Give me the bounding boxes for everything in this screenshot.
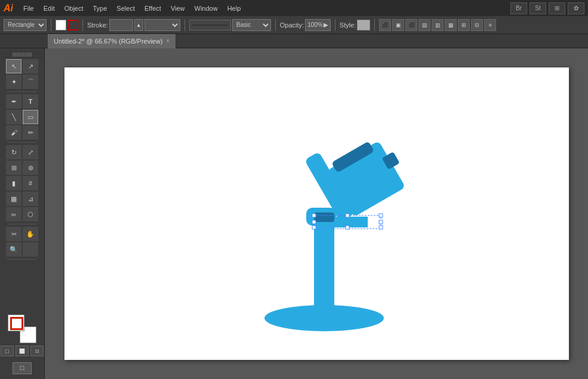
tool-row-9: ▦ ⊿ xyxy=(6,192,38,206)
options-toolbar: Rectangle Stroke: ▲ Basic Opacity: 100% … xyxy=(0,16,588,34)
symbol-sprayer-tool-btn[interactable]: ⊛ xyxy=(23,161,38,175)
column-graph-tool-btn[interactable]: ▮ xyxy=(6,176,21,190)
menu-select[interactable]: Select xyxy=(112,4,139,13)
document-tab[interactable]: Untitled-2* @ 66.67% (RGB/Preview) × xyxy=(48,34,176,48)
scissors-tool-btn[interactable]: ✂ xyxy=(6,227,21,241)
stroke-up-btn[interactable]: ▲ xyxy=(134,19,143,31)
ruler-indicator: |||||||||||||||| xyxy=(1,51,43,58)
style-dropdown[interactable]: Basic xyxy=(232,19,271,31)
opacity-expand-btn[interactable]: ▶ xyxy=(324,21,328,28)
menu-type[interactable]: Type xyxy=(89,4,112,13)
view-mode-area: ☐ xyxy=(10,360,34,377)
line-tool-btn[interactable]: ╲ xyxy=(6,110,21,124)
pen-tool-btn[interactable]: ✒ xyxy=(6,94,21,109)
line-style-group: Basic xyxy=(189,19,271,31)
menu-help[interactable]: Help xyxy=(223,4,245,13)
stroke-swatch[interactable] xyxy=(67,20,78,30)
distribute-h-icon[interactable]: ⊞ xyxy=(458,19,470,31)
direct-selection-tool-btn[interactable]: ↗ xyxy=(23,59,38,73)
hand-tool-btn[interactable]: ✋ xyxy=(23,227,38,241)
align-icons-group: ⬛ ▣ ⬛ ▤ ▥ ▦ ⊞ ⊟ ≡ xyxy=(379,19,496,31)
tab-title: Untitled-2* @ 66.67% (RGB/Preview) xyxy=(54,38,162,45)
mask-mode-btn[interactable]: ⬜ xyxy=(16,346,29,356)
stroke-group: Stroke: ▲ xyxy=(87,19,180,31)
blend-tool-btn[interactable]: ∞ xyxy=(6,207,21,221)
live-paint-tool-btn[interactable]: ⬡ xyxy=(23,207,38,221)
handle-br xyxy=(379,226,383,229)
lamp-illustration xyxy=(238,103,417,342)
extra-align-icon[interactable]: ≡ xyxy=(484,19,496,31)
kuler-icon[interactable]: ✿ xyxy=(568,2,584,14)
canvas-area[interactable] xyxy=(45,48,588,379)
mesh-tool-btn[interactable]: # xyxy=(23,176,38,190)
opacity-group: Opacity: 100% ▶ xyxy=(280,19,331,31)
magic-wand-tool-btn[interactable]: ✦ xyxy=(6,75,21,89)
shape-dropdown[interactable]: Rectangle xyxy=(4,19,47,31)
fill-swatch[interactable] xyxy=(56,20,66,30)
handle-tm xyxy=(346,214,349,217)
menu-object[interactable]: Object xyxy=(60,4,88,13)
style-swatch[interactable] xyxy=(357,20,370,30)
art-mode-btn[interactable]: ☐ xyxy=(13,362,32,374)
swatch-stack xyxy=(8,315,36,343)
divider-3 xyxy=(184,19,185,31)
distribute-v-icon[interactable]: ⊟ xyxy=(471,19,483,31)
scale-tool-btn[interactable]: ⤢ xyxy=(23,145,38,159)
tool-row-10: ∞ ⬡ xyxy=(6,207,38,221)
stroke-weight-input[interactable] xyxy=(109,19,133,31)
line-preview[interactable] xyxy=(189,20,231,30)
eyedropper-tool-btn[interactable]: ⊿ xyxy=(23,192,38,206)
rectangle-tool-btn[interactable]: ▭ xyxy=(23,110,38,124)
tab-bar: Untitled-2* @ 66.67% (RGB/Preview) × xyxy=(0,34,588,48)
handle-mr xyxy=(379,220,383,224)
rotate-tool-btn[interactable]: ↻ xyxy=(6,145,21,159)
menu-edit[interactable]: Edit xyxy=(39,4,59,13)
handle-bm xyxy=(346,226,349,229)
tool-divider-3 xyxy=(7,224,37,224)
handle-tr xyxy=(379,214,383,217)
tool-row-7: ⊞ ⊛ xyxy=(6,161,38,175)
divider-5 xyxy=(335,19,335,31)
app-logo: Ai xyxy=(4,3,13,14)
pencil-tool-btn[interactable]: ✏ xyxy=(23,125,38,140)
empty-tool-btn xyxy=(23,242,38,257)
zoom-tool-btn[interactable]: 🔍 xyxy=(6,242,21,257)
menu-window[interactable]: Window xyxy=(190,4,222,13)
selection-tool-btn[interactable]: ↖ xyxy=(6,59,21,73)
align-middle-icon[interactable]: ▥ xyxy=(432,19,444,31)
menu-file[interactable]: File xyxy=(19,4,38,13)
isolate-mode-btn[interactable]: ⊡ xyxy=(30,346,44,356)
menu-view[interactable]: View xyxy=(167,4,189,13)
type-tool-btn[interactable]: T xyxy=(23,94,38,109)
free-transform-tool-btn[interactable]: ⊞ xyxy=(6,161,21,175)
menu-bar: Ai File Edit Object Type Select Effect V… xyxy=(0,0,588,16)
tool-divider-1 xyxy=(7,91,37,92)
align-left-icon[interactable]: ⬛ xyxy=(379,19,391,31)
align-top-icon[interactable]: ▤ xyxy=(418,19,430,31)
divider-4 xyxy=(275,19,276,31)
menu-effect[interactable]: Effect xyxy=(140,4,165,13)
fg-color-swatch[interactable] xyxy=(8,315,24,331)
handle-ml xyxy=(312,220,316,224)
opacity-input-group[interactable]: 100% ▶ xyxy=(305,19,331,31)
lasso-tool-btn[interactable]: ⌒ xyxy=(23,75,38,89)
gradient-tool-btn[interactable]: ▦ xyxy=(6,192,21,206)
align-bottom-icon[interactable]: ▦ xyxy=(445,19,457,31)
stroke-type-dropdown[interactable] xyxy=(144,19,180,31)
br-icon[interactable]: Br xyxy=(510,2,527,14)
tool-divider-2 xyxy=(7,142,37,143)
handle-bl xyxy=(312,226,316,229)
tool-row-2: ✦ ⌒ xyxy=(6,75,38,89)
tab-close-btn[interactable]: × xyxy=(166,38,170,44)
shape-selector[interactable]: Rectangle xyxy=(4,19,47,31)
st-icon[interactable]: St xyxy=(529,2,546,14)
stroke-overlay xyxy=(10,317,23,330)
grid-icon[interactable]: ⊞ xyxy=(549,2,565,14)
normal-mode-btn[interactable]: ▢ xyxy=(1,346,14,356)
tool-row-8: ▮ # xyxy=(6,176,38,190)
align-right-icon[interactable]: ⬛ xyxy=(405,19,417,31)
tool-divider-4 xyxy=(7,259,37,260)
divider-6 xyxy=(374,19,375,31)
align-center-h-icon[interactable]: ▣ xyxy=(392,19,404,31)
paintbrush-tool-btn[interactable]: 🖌 xyxy=(6,125,21,140)
